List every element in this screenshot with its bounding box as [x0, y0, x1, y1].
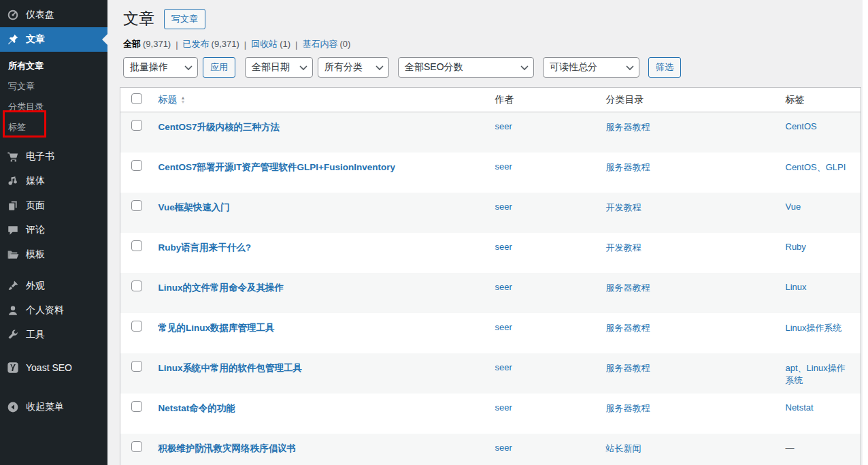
row-checkbox[interactable] — [131, 200, 142, 211]
submenu-all-posts[interactable]: 所有文章 — [0, 56, 107, 76]
post-title-link[interactable]: 积极维护防汛救灾网络秩序倡议书 — [158, 443, 297, 453]
chevron-down-icon — [375, 65, 384, 71]
sidebar-item-posts[interactable]: 文章 — [0, 27, 107, 52]
post-row: Ruby语言用来干什么? seer 开发教程 Ruby — [120, 233, 861, 273]
post-status-views: 全部(9,371) | 已发布(9,371) | 回收站(1) | 基石内容(0… — [123, 38, 861, 50]
category-filter-select[interactable]: 所有分类 — [318, 57, 389, 78]
submenu-new-post[interactable]: 写文章 — [0, 76, 107, 97]
category-link[interactable]: 服务器教程 — [606, 323, 650, 333]
post-title-link[interactable]: Linux系统中常用的软件包管理工具 — [158, 363, 303, 373]
author-link[interactable]: seer — [495, 202, 512, 212]
post-row: CentOS7升级内核的三种方法 seer 服务器教程 CentOS — [120, 112, 861, 153]
row-checkbox[interactable] — [131, 280, 142, 291]
category-link[interactable]: 开发教程 — [606, 242, 641, 253]
author-link[interactable]: seer — [495, 282, 512, 292]
post-title-link[interactable]: 常见的Linux数据库管理工具 — [158, 323, 275, 333]
submenu-categories[interactable]: 分类目录 — [0, 97, 107, 117]
sort-by-title-link[interactable]: 标题▲▼ — [158, 94, 186, 105]
view-published-link[interactable]: 已发布 — [183, 39, 210, 49]
category-link[interactable]: 服务器教程 — [606, 363, 650, 373]
sidebar-item-tools[interactable]: 工具 — [0, 323, 107, 347]
seo-score-filter-select[interactable]: 全部SEO分数 — [398, 57, 534, 78]
apply-button[interactable]: 应用 — [203, 57, 235, 78]
sidebar-item-label: 模板 — [26, 248, 45, 261]
row-checkbox[interactable] — [131, 240, 142, 251]
pushpin-icon — [6, 33, 20, 46]
sidebar-item-dashboard[interactable]: 仪表盘 — [0, 3, 107, 27]
sidebar-item-label: Yoast SEO — [26, 362, 72, 373]
scrollbar-track[interactable] — [863, 0, 868, 465]
tags-link[interactable]: Vue — [786, 202, 801, 212]
author-link[interactable]: seer — [495, 443, 512, 453]
view-trash-link[interactable]: 回收站 — [251, 39, 278, 49]
category-link[interactable]: 开发教程 — [606, 202, 641, 212]
tags-column-header: 标签 — [779, 88, 861, 112]
sidebar-item-ebook[interactable]: 电子书 — [0, 144, 107, 169]
sidebar-item-comments[interactable]: 评论 — [0, 218, 107, 242]
sidebar-item-pages[interactable]: 页面 — [0, 193, 107, 218]
category-link[interactable]: 站长新闻 — [606, 443, 641, 453]
tags-link[interactable]: CentOS、GLPI — [786, 162, 846, 172]
category-link[interactable]: 服务器教程 — [606, 162, 650, 172]
chevron-down-icon — [626, 65, 634, 71]
sidebar-item-appearance[interactable]: 外观 — [0, 274, 107, 298]
post-title-link[interactable]: Linux的文件常用命令及其操作 — [158, 283, 284, 293]
row-checkbox[interactable] — [131, 401, 142, 412]
filter-button[interactable]: 筛选 — [648, 57, 681, 78]
yoast-logo-icon — [6, 361, 20, 374]
post-title-link[interactable]: Netstat命令的功能 — [158, 403, 235, 413]
chevron-down-icon — [299, 65, 307, 71]
sidebar-item-label: 收起菜单 — [26, 401, 64, 413]
row-checkbox[interactable] — [131, 321, 142, 332]
row-checkbox[interactable] — [131, 120, 142, 131]
post-title-link[interactable]: CentOS7部署开源IT资产管理软件GLPI+FusionInventory — [158, 162, 395, 172]
open-folder-icon — [6, 248, 20, 261]
tags-link[interactable]: apt、Linux操作系统 — [786, 363, 846, 385]
filter-toolbar: 批量操作 应用 全部日期 所有分类 全部SEO分数 可读性总分 筛选 — [123, 57, 861, 78]
view-all-link[interactable]: 全部 — [123, 39, 141, 49]
submenu-tags[interactable]: 标签 — [0, 117, 107, 138]
post-title-link[interactable]: CentOS7升级内核的三种方法 — [158, 122, 280, 132]
sidebar-item-collapse-menu[interactable]: 收起菜单 — [0, 395, 107, 419]
tags-link[interactable]: Netstat — [786, 402, 814, 413]
sidebar-item-label: 仪表盘 — [26, 9, 54, 21]
tags-link[interactable]: Ruby — [786, 242, 806, 252]
category-link[interactable]: 服务器教程 — [606, 283, 650, 293]
bulk-action-select[interactable]: 批量操作 — [123, 57, 198, 78]
add-new-post-button[interactable]: 写文章 — [164, 9, 205, 29]
author-link[interactable]: seer — [495, 121, 512, 131]
post-title-link[interactable]: Ruby语言用来干什么? — [158, 242, 252, 253]
tags-link[interactable]: Linux — [786, 282, 807, 292]
author-link[interactable]: seer — [495, 242, 512, 252]
select-all-checkbox[interactable] — [131, 93, 142, 104]
view-cornerstone-link[interactable]: 基石内容 — [302, 39, 337, 49]
post-row: Vue框架快速入门 seer 开发教程 Vue — [120, 193, 861, 233]
author-link[interactable]: seer — [495, 362, 512, 372]
row-checkbox[interactable] — [131, 361, 142, 372]
comment-bubble-icon — [6, 223, 20, 237]
tags-link[interactable]: CentOS — [786, 121, 817, 131]
post-title-link[interactable]: Vue框架快速入门 — [158, 202, 230, 212]
row-checkbox[interactable] — [131, 441, 142, 452]
author-link[interactable]: seer — [495, 161, 512, 172]
dashboard-gauge-icon — [6, 8, 20, 22]
posts-submenu: 所有文章 写文章 分类目录 标签 — [0, 52, 107, 144]
author-link[interactable]: seer — [495, 322, 512, 332]
sidebar-item-profile[interactable]: 个人资料 — [0, 298, 107, 323]
readability-filter-select[interactable]: 可读性总分 — [543, 57, 639, 78]
tags-link[interactable]: Linux操作系统 — [786, 323, 842, 333]
author-column-header: 作者 — [488, 88, 599, 112]
posts-list-page: 文章 写文章 全部(9,371) | 已发布(9,371) | 回收站(1) |… — [107, 0, 868, 465]
view-count: (1) — [280, 39, 290, 49]
date-filter-select[interactable]: 全部日期 — [245, 57, 313, 78]
row-checkbox[interactable] — [131, 160, 142, 171]
category-link[interactable]: 服务器教程 — [606, 122, 650, 132]
author-link[interactable]: seer — [495, 402, 512, 413]
post-row: 积极维护防汛救灾网络秩序倡议书 seer 站长新闻 — — [120, 434, 861, 465]
sidebar-item-templates[interactable]: 模板 — [0, 242, 107, 267]
category-link[interactable]: 服务器教程 — [606, 403, 650, 413]
sidebar-item-media[interactable]: 媒体 — [0, 169, 107, 193]
chevron-down-icon — [520, 65, 529, 71]
view-count: (9,371) — [143, 39, 171, 49]
sidebar-item-yoast-seo[interactable]: Yoast SEO — [0, 355, 107, 380]
